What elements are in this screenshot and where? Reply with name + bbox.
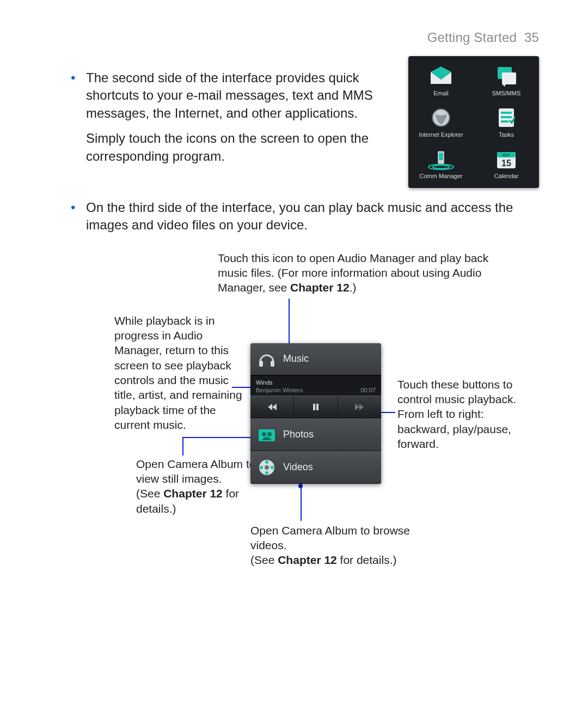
comm-manager-icon — [427, 148, 455, 171]
email-icon — [427, 65, 455, 88]
forward-button[interactable] — [338, 396, 381, 418]
svg-point-20 — [262, 432, 266, 436]
videos-label: Videos — [283, 461, 313, 473]
section-title: Getting Started — [427, 30, 517, 45]
manual-page: Getting Started 35 The second side of th… — [0, 0, 588, 723]
now-playing: Winds Benjamin Winters 00:07 — [250, 375, 381, 396]
svg-rect-10 — [439, 153, 443, 160]
svg-point-24 — [265, 460, 268, 464]
bullet-1-sub: Simply touch the icons on the screen to … — [86, 130, 392, 165]
globe-icon — [427, 106, 455, 129]
shortcut-email[interactable]: Email — [408, 60, 474, 102]
media-screenshot: Music Winds Benjamin Winters 00:07 — [250, 343, 381, 484]
photos-icon — [257, 425, 277, 445]
page-number: 35 — [524, 30, 539, 45]
svg-text:15: 15 — [501, 159, 511, 168]
playback-controls — [250, 396, 381, 418]
bullet-1: The second side of the interface provide… — [71, 69, 392, 165]
shortcut-calendar[interactable]: MAY15 Calendar — [474, 143, 539, 185]
callout-photos: Open Camera Album to view still images. … — [136, 457, 267, 516]
svg-point-27 — [260, 466, 263, 469]
svg-rect-4 — [501, 112, 512, 114]
sms-icon — [492, 65, 520, 88]
svg-rect-1 — [502, 72, 516, 84]
track-time: 00:07 — [360, 387, 376, 393]
svg-rect-5 — [501, 116, 512, 118]
svg-rect-15 — [259, 361, 263, 367]
music-label: Music — [283, 353, 309, 364]
headphones-icon — [257, 349, 277, 369]
track-title: Winds — [256, 379, 376, 386]
tasks-icon — [492, 106, 520, 129]
page-header: Getting Started 35 — [49, 30, 539, 45]
play-pause-button[interactable] — [294, 396, 338, 418]
photos-row[interactable]: Photos — [250, 418, 381, 451]
svg-rect-6 — [501, 120, 509, 123]
rewind-button[interactable] — [250, 396, 294, 418]
svg-point-21 — [267, 432, 272, 436]
videos-icon — [257, 458, 277, 477]
svg-rect-18 — [316, 404, 318, 410]
shortcut-ie[interactable]: Internet Explorer — [408, 102, 474, 143]
photos-label: Photos — [283, 429, 314, 440]
shortcut-tasks[interactable]: Tasks — [474, 102, 539, 143]
shortcuts-screenshot: Email SMS/MMS Internet Explorer — [408, 56, 539, 188]
svg-point-23 — [265, 465, 269, 470]
media-diagram: Touch this icon to open Audio Manager an… — [49, 251, 539, 599]
svg-point-25 — [271, 466, 274, 469]
videos-row[interactable]: Videos — [250, 451, 381, 484]
track-artist: Benjamin Winters — [256, 387, 303, 393]
callout-controls: Touch these buttons to control music pla… — [397, 377, 539, 451]
bullet-2-text: On the third side of the interface, you … — [86, 200, 513, 232]
svg-point-26 — [265, 471, 268, 475]
shortcut-sms[interactable]: SMS/MMS — [474, 60, 539, 102]
callout-playback-info: While playback is in progress in Audio M… — [114, 313, 245, 432]
callout-videos: Open Camera Album to browse videos. (See… — [250, 523, 425, 568]
svg-rect-17 — [313, 404, 315, 410]
music-row[interactable]: Music — [250, 343, 381, 375]
callout-audio-manager: Touch this icon to open Audio Manager an… — [218, 251, 490, 295]
shortcut-comm-manager[interactable]: Comm Manager — [408, 143, 474, 185]
svg-point-8 — [433, 166, 450, 169]
bullet-2: On the third side of the interface, you … — [71, 199, 539, 234]
bullet-1-text: The second side of the interface provide… — [86, 70, 373, 120]
svg-text:MAY: MAY — [503, 153, 511, 157]
svg-rect-16 — [271, 361, 274, 367]
calendar-icon: MAY15 — [492, 148, 520, 171]
